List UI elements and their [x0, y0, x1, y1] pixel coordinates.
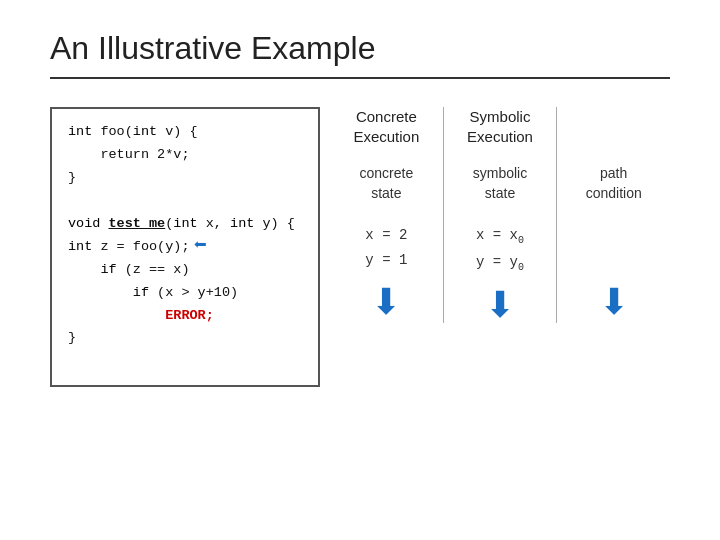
code-box: int foo(int v) { return 2*v; } void test…	[50, 107, 320, 387]
code-line-2: return 2*v;	[68, 144, 302, 167]
code-line-5: void test_me(int x, int y) {	[68, 213, 302, 236]
path-condition-arrow-down: ⬇	[599, 284, 629, 320]
symbolic-execution-col: SymbolicExecution symbolicstate x = x0y …	[443, 107, 557, 323]
slide: An Illustrative Example int foo(int v) {…	[0, 0, 720, 540]
code-line-6: int z = foo(y);⬅	[68, 236, 302, 259]
concrete-arrow-down: ⬇	[371, 284, 401, 320]
concrete-execution-content: concretestate x = 2y = 1 ⬇	[359, 164, 413, 320]
slide-title: An Illustrative Example	[50, 30, 670, 67]
code-line-7: if (z == x)	[68, 259, 302, 282]
title-divider	[50, 77, 670, 79]
path-condition-values	[609, 223, 617, 273]
concrete-execution-header: ConcreteExecution	[353, 107, 419, 146]
concrete-state-label: concretestate	[359, 164, 413, 203]
code-line-3: }	[68, 167, 302, 190]
symbolic-execution-content: symbolicstate x = x0y = y0 ⬇	[473, 164, 527, 323]
symbolic-state-values: x = x0y = y0	[476, 223, 524, 277]
content-area: int foo(int v) { return 2*v; } void test…	[50, 107, 670, 387]
concrete-execution-col: ConcreteExecution concretestate x = 2y =…	[330, 107, 443, 323]
path-condition-content: pathcondition ⬇	[586, 164, 642, 320]
path-condition-col: pathcondition ⬇	[556, 107, 670, 323]
code-line-4	[68, 190, 302, 213]
code-line-9: ERROR;	[68, 305, 302, 328]
symbolic-arrow-down: ⬇	[485, 287, 515, 323]
symbolic-state-label: symbolicstate	[473, 164, 527, 203]
path-condition-label: pathcondition	[586, 164, 642, 203]
code-line-8: if (x > y+10)	[68, 282, 302, 305]
code-line-1: int foo(int v) {	[68, 121, 302, 144]
columns-area: ConcreteExecution concretestate x = 2y =…	[330, 107, 670, 323]
symbolic-execution-header: SymbolicExecution	[467, 107, 533, 146]
path-condition-header	[612, 107, 616, 146]
code-line-10: }	[68, 327, 302, 350]
concrete-state-values: x = 2y = 1	[365, 223, 407, 273]
